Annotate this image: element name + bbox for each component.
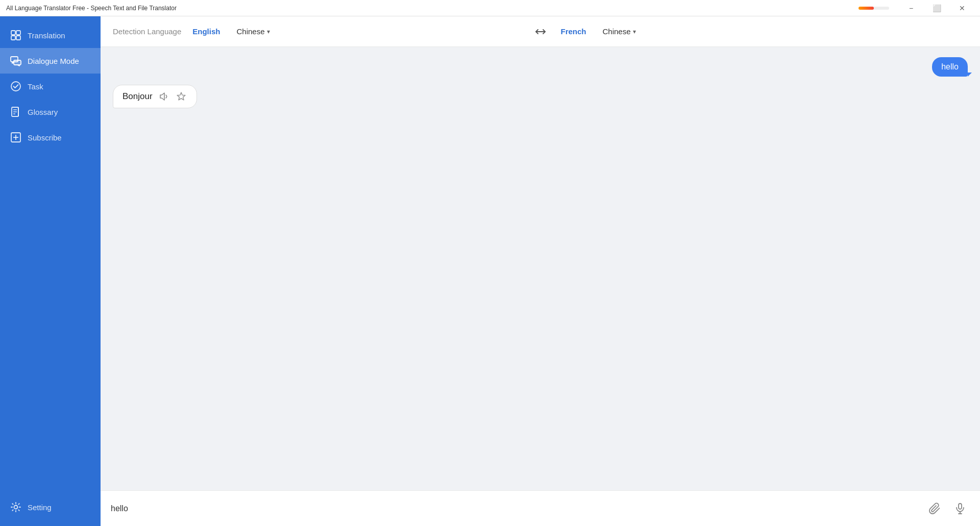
lang-section-right: French Chinese ▾ bbox=[555, 24, 968, 39]
svg-rect-5 bbox=[14, 60, 21, 65]
translated-message-text: Bonjour bbox=[122, 91, 153, 102]
lang-section-left: Detection Language English Chinese ▾ bbox=[113, 24, 526, 39]
sidebar: Translation Dialogue Mode bbox=[0, 16, 101, 526]
lang-chinese-right-button[interactable]: Chinese ▾ bbox=[598, 24, 641, 39]
tts-button[interactable] bbox=[158, 90, 170, 103]
svg-rect-2 bbox=[11, 36, 15, 40]
attach-button[interactable] bbox=[925, 499, 944, 518]
sidebar-item-translation[interactable]: Translation bbox=[0, 22, 101, 48]
language-bar: Detection Language English Chinese ▾ Fre… bbox=[101, 16, 980, 47]
speaker-icon bbox=[159, 91, 169, 102]
svg-rect-1 bbox=[16, 31, 20, 35]
lang-chinese-left-label: Chinese bbox=[236, 27, 264, 36]
sidebar-subscribe-label: Subscribe bbox=[28, 133, 62, 142]
lang-english-button[interactable]: English bbox=[186, 24, 226, 39]
microphone-icon bbox=[954, 503, 966, 515]
lang-chinese-left-chevron-icon: ▾ bbox=[267, 28, 270, 35]
user-bubble: hello bbox=[932, 57, 968, 77]
favorite-button[interactable] bbox=[175, 90, 187, 103]
close-button[interactable]: ✕ bbox=[950, 0, 974, 16]
svg-point-15 bbox=[14, 506, 18, 509]
svg-rect-3 bbox=[16, 36, 20, 40]
maximize-button[interactable]: ⬜ bbox=[925, 0, 948, 16]
translation-icon bbox=[10, 30, 21, 41]
lang-chinese-right-chevron-icon: ▾ bbox=[633, 28, 636, 35]
svg-rect-16 bbox=[959, 504, 962, 509]
swap-icon bbox=[534, 26, 547, 38]
translated-message: Bonjour bbox=[113, 85, 197, 108]
mic-button[interactable] bbox=[950, 499, 970, 518]
message-input[interactable] bbox=[111, 504, 919, 513]
titlebar-progress-bar bbox=[859, 7, 889, 10]
sidebar-task-label: Task bbox=[28, 82, 43, 91]
sidebar-translation-label: Translation bbox=[28, 31, 65, 40]
translated-bubble: Bonjour bbox=[113, 85, 197, 108]
paperclip-icon bbox=[928, 503, 941, 515]
minimize-button[interactable]: − bbox=[899, 0, 923, 16]
star-icon bbox=[176, 91, 186, 102]
sidebar-item-dialogue[interactable]: Dialogue Mode bbox=[0, 48, 101, 74]
lang-french-label: French bbox=[555, 24, 593, 39]
lang-chinese-left-button[interactable]: Chinese ▾ bbox=[231, 24, 275, 39]
input-bar bbox=[101, 490, 980, 526]
subscribe-icon bbox=[10, 132, 21, 143]
sidebar-item-task[interactable]: Task bbox=[0, 74, 101, 99]
user-message: hello bbox=[932, 57, 968, 77]
sidebar-glossary-label: Glossary bbox=[28, 108, 58, 116]
titlebar-controls: − ⬜ ✕ bbox=[859, 0, 974, 16]
sidebar-spacer bbox=[0, 150, 101, 494]
detection-language-label: Detection Language bbox=[113, 27, 181, 36]
glossary-icon bbox=[10, 106, 21, 117]
main-content: Detection Language English Chinese ▾ Fre… bbox=[101, 16, 980, 526]
chat-area: hello Bonjour bbox=[101, 47, 980, 490]
lang-swap-button[interactable] bbox=[530, 21, 551, 42]
dialogue-icon bbox=[10, 55, 21, 66]
sidebar-dialogue-label: Dialogue Mode bbox=[28, 57, 79, 65]
lang-chinese-right-label: Chinese bbox=[603, 27, 631, 36]
titlebar-title: All Language Translator Free - Speech Te… bbox=[6, 5, 177, 12]
setting-icon bbox=[10, 501, 21, 513]
sidebar-setting-label: Setting bbox=[28, 503, 52, 512]
sidebar-item-subscribe[interactable]: Subscribe bbox=[0, 125, 101, 150]
user-message-text: hello bbox=[941, 62, 959, 71]
svg-point-6 bbox=[11, 82, 20, 91]
svg-rect-0 bbox=[11, 31, 15, 35]
task-icon bbox=[10, 81, 21, 92]
app-layout: Translation Dialogue Mode bbox=[0, 16, 980, 526]
titlebar-progress-fill bbox=[859, 7, 874, 10]
titlebar: All Language Translator Free - Speech Te… bbox=[0, 0, 980, 16]
sidebar-item-setting[interactable]: Setting bbox=[0, 494, 101, 520]
sidebar-item-glossary[interactable]: Glossary bbox=[0, 99, 101, 125]
